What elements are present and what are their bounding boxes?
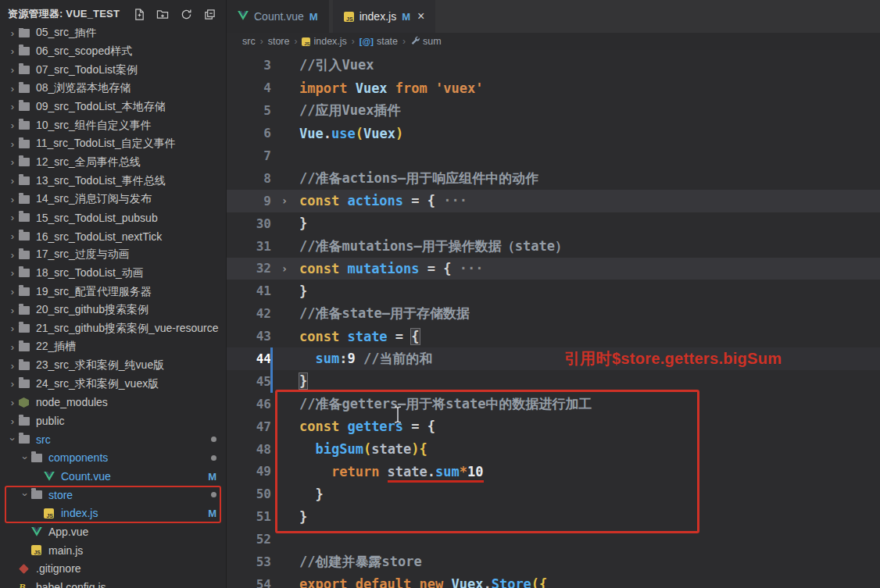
line-number[interactable]: 47 (227, 419, 277, 434)
code-line-47[interactable]: 47const getters = { (227, 415, 880, 438)
line-number[interactable]: 53 (227, 554, 277, 569)
breadcrumb-item-src[interactable]: src (242, 36, 256, 47)
tree-item-public[interactable]: ›public (0, 412, 226, 430)
tree-item-gitignore[interactable]: .gitignore (0, 560, 226, 579)
code-line-4[interactable]: 4import Vuex from 'vuex' (227, 77, 880, 99)
tree-item-main-js[interactable]: JSmain.js (0, 541, 226, 560)
tree-item-10-src[interactable]: ›10_src_组件自定义事件 (0, 116, 226, 135)
refresh-icon[interactable] (179, 7, 193, 21)
tree-item-17-src[interactable]: ›17_src_过度与动画 (0, 245, 226, 264)
code-line-46[interactable]: 46//准备getters—用于将state中的数据进行加工 (227, 393, 880, 415)
code-line-31[interactable]: 31//准备mutations—用于操作数据（state） (227, 235, 880, 258)
tree-item-13-src-todolist[interactable]: ›13_src_TodoList_事件总线 (0, 172, 226, 191)
tree-item-components[interactable]: ›components (0, 449, 226, 468)
code-line-53[interactable]: 53//创建并暴露store (227, 551, 880, 573)
code-line-54[interactable]: 54export default new Vuex.Store({ (227, 573, 880, 588)
tree-item-20-src-github[interactable]: ›20_src_github搜索案例 (0, 301, 226, 319)
line-number[interactable]: 43 (227, 329, 277, 344)
tree-item-12-src[interactable]: ›12_src_全局事件总线 (0, 153, 226, 172)
tree-item-count-vue[interactable]: Count.vueM (0, 467, 226, 486)
line-number[interactable]: 50 (227, 486, 277, 501)
line-number[interactable]: 5 (227, 103, 277, 118)
tree-item-label: Count.vue (61, 470, 111, 483)
line-number[interactable]: 3 (227, 58, 277, 73)
tree-item-23-src-vue[interactable]: ›23_src_求和案例_纯vue版 (0, 356, 226, 375)
tree-item-src[interactable]: ›src (0, 430, 226, 449)
line-number[interactable]: 41 (227, 283, 277, 298)
token: //准备actions—用于响应组件中的动作 (299, 170, 538, 186)
tree-item-19-src[interactable]: ›19_src_配置代理服务器 (0, 283, 226, 301)
code-line-8[interactable]: 8//准备actions—用于响应组件中的动作 (227, 167, 880, 190)
fold-chevron-icon[interactable]: › (277, 194, 292, 207)
code-line-3[interactable]: 3//引入Vuex (227, 55, 880, 77)
line-number[interactable]: 9 (227, 194, 277, 208)
line-number[interactable]: 7 (227, 148, 277, 163)
code-line-42[interactable]: 42//准备state—用于存储数据 (227, 302, 880, 325)
token: //准备mutations—用于操作数据（state） (299, 238, 568, 254)
code-line-51[interactable]: 51} (227, 505, 880, 528)
breadcrumb-item-sum[interactable]: sum (410, 36, 442, 48)
code-line-30[interactable]: 30} (227, 212, 880, 235)
tree-item-08[interactable]: ›08_浏览器本地存储 (0, 79, 226, 98)
tree-item-11-src-todolist[interactable]: ›11_src_TodoList_自定义事件 (0, 134, 226, 153)
code-line-52[interactable]: 52 (227, 528, 880, 551)
code-line-5[interactable]: 5//应用Vuex插件 (227, 99, 880, 122)
code-line-49[interactable]: 49 return state.sum*10 (227, 461, 880, 483)
line-number[interactable]: 31 (227, 239, 277, 254)
tree-item-09-src-todolist[interactable]: ›09_src_TodoList_本地存储 (0, 98, 226, 116)
line-number[interactable]: 54 (227, 577, 277, 588)
tree-item-18-src-todolist[interactable]: ›18_src_TodoList_动画 (0, 264, 226, 283)
tab-count-vue[interactable]: Count.vue M (227, 0, 329, 33)
code-line-9[interactable]: 9›const actions = { ··· (227, 190, 880, 212)
collapse-folders-icon[interactable] (202, 7, 216, 21)
line-number[interactable]: 6 (227, 126, 277, 141)
line-number[interactable]: 4 (227, 80, 277, 95)
tree-item-24-src-vuex[interactable]: ›24_src_求和案例_vuex版 (0, 375, 226, 394)
line-number[interactable]: 8 (227, 171, 277, 186)
tree-item-06-src-scoped[interactable]: ›06_src_scoped样式 (0, 42, 226, 61)
folder-icon (19, 287, 34, 296)
code-line-6[interactable]: 6Vue.use(Vuex) (227, 122, 880, 144)
code-line-45[interactable]: 45} (227, 370, 880, 393)
fold-chevron-icon[interactable]: › (277, 262, 292, 275)
line-number[interactable]: 30 (227, 216, 277, 231)
tab-index-js[interactable]: JS index.js M × (333, 0, 436, 33)
tree-item-16-src-todolist-nexttick[interactable]: ›16_src_TodoList_nextTick (0, 227, 226, 246)
breadcrumb-item-state[interactable]: [@]state (360, 36, 398, 47)
code-line-50[interactable]: 50 } (227, 483, 880, 505)
code-line-7[interactable]: 7 (227, 144, 880, 167)
tree-item-app-vue[interactable]: App.vue (0, 522, 226, 541)
tree-item-store[interactable]: ›store (0, 486, 226, 504)
new-folder-icon[interactable] (156, 7, 170, 21)
line-number[interactable]: 51 (227, 509, 277, 524)
tree-item-node-modules[interactable]: ›node_modules (0, 394, 226, 412)
code-line-32[interactable]: 32›const mutations = { ··· (227, 258, 880, 280)
code-line-48[interactable]: 48 bigSum(state){ (227, 438, 880, 461)
code-editor[interactable]: 3//引入Vuex4import Vuex from 'vuex'5//应用Vu… (227, 50, 880, 588)
tree-item-index-js[interactable]: JSindex.jsM (0, 504, 226, 523)
line-number[interactable]: 52 (227, 532, 277, 547)
breadcrumb-item-index-js[interactable]: JSindex.js (302, 36, 346, 47)
tree-item-21-src-github-vue-resource[interactable]: ›21_src_github搜索案例_vue-resource (0, 319, 226, 338)
line-number[interactable]: 42 (227, 306, 277, 321)
code-line-41[interactable]: 41} (227, 280, 880, 302)
close-icon[interactable]: × (417, 9, 424, 23)
code-line-44[interactable]: 44 sum:9 //当前的和 (227, 347, 880, 370)
token: Vuex (363, 126, 395, 141)
breadcrumb-item-store[interactable]: store (268, 36, 290, 47)
tree-item-14-src[interactable]: ›14_src_消息订阅与发布 (0, 190, 226, 208)
tree-item-babel-config-js[interactable]: Bbabel.config.js (0, 578, 226, 588)
tree-item-label: babel.config.js (36, 581, 106, 588)
line-number[interactable]: 46 (227, 397, 277, 412)
line-number[interactable]: 48 (227, 442, 277, 457)
tree-item-15-src-todolist-pubsub[interactable]: ›15_src_TodoList_pubsub (0, 208, 226, 227)
code-line-43[interactable]: 43const state = { (227, 325, 880, 347)
line-number[interactable]: 32 (227, 261, 277, 276)
chevron-right-icon: › (6, 156, 19, 168)
token: = (403, 193, 427, 208)
tree-item-07-src-todolist[interactable]: ›07_src_TodoList案例 (0, 61, 226, 80)
tree-item-label: 15_src_TodoList_pubsub (36, 212, 158, 224)
line-number[interactable]: 49 (227, 464, 277, 479)
new-file-icon[interactable] (132, 7, 146, 21)
tree-item-22[interactable]: ›22_插槽 (0, 338, 226, 357)
